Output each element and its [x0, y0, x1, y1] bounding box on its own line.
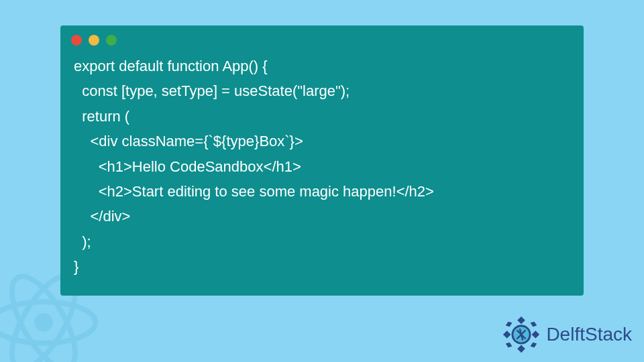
- traffic-lights: [60, 25, 584, 52]
- code-block: export default function App() { const [t…: [60, 52, 584, 284]
- brand-logo: DelftStack: [500, 314, 632, 355]
- code-window: export default function App() { const [t…: [60, 25, 584, 296]
- svg-point-3: [34, 313, 53, 332]
- maximize-icon: [106, 35, 117, 46]
- brand-name: DelftStack: [546, 324, 632, 345]
- minimize-icon: [89, 35, 99, 46]
- close-icon: [71, 35, 82, 46]
- brand-badge-icon: [500, 314, 542, 355]
